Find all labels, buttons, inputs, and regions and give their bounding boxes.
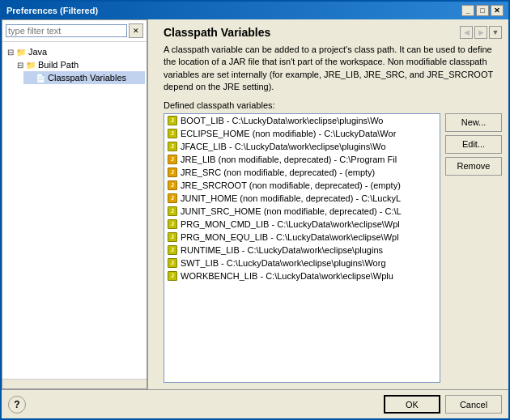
forward-button[interactable]: ▶: [474, 26, 487, 39]
preferences-window: Preferences (Filtered) _ □ ✕ ✕ ⊟ 📁: [0, 0, 510, 420]
tree-buildpath-label: Build Path: [38, 60, 79, 70]
folder-java-icon: 📁: [15, 46, 27, 57]
list-item-label: PRG_MON_CMD_LIB - C:\LuckyData\work\ecli…: [181, 219, 400, 229]
nav-menu-button[interactable]: ▼: [489, 26, 502, 39]
list-item-label: JUNIT_SRC_HOME (non modifiable, deprecat…: [181, 206, 402, 216]
list-item-label: ECLIPSE_HOME (non modifiable) - C:\Lucky…: [181, 129, 396, 138]
nav-buttons: ◀ ▶ ▼: [460, 26, 502, 39]
jar-icon: J: [167, 128, 178, 139]
tree-item-java[interactable]: ⊟ 📁 Java: [4, 45, 145, 58]
list-item[interactable]: JBOOT_LIB - C:\LuckyData\work\eclipse\pl…: [164, 114, 440, 127]
jar-icon: J: [167, 270, 178, 282]
list-item-label: SWT_LIB - C:\LuckyData\work\eclipse\plug…: [181, 258, 386, 268]
jar-icon: J: [167, 206, 178, 217]
panel-title: Classpath Variables: [164, 26, 270, 39]
titlebar: Preferences (Filtered) _ □ ✕: [2, 2, 508, 19]
list-item-label: RUNTIME_LIB - C:\LuckyData\work\eclipse\…: [181, 245, 383, 255]
folder-buildpath-icon: 📁: [25, 59, 36, 70]
remove-button[interactable]: Remove: [445, 157, 502, 176]
window-controls: _ □ ✕: [461, 5, 504, 16]
list-item-label: PRG_MON_EQU_LIB - C:\LuckyData\work\ecli…: [181, 232, 399, 242]
tree-area: ⊟ 📁 Java ⊟ 📁 Build Path 📄 Classpat: [2, 42, 147, 379]
sidebar-filter-area: ✕: [2, 20, 147, 42]
main-section: ✕ ⊟ 📁 Java ⊟ 📁 Build Path: [2, 19, 508, 389]
list-item[interactable]: JJUNIT_HOME (non modifiable, deprecated)…: [164, 192, 440, 205]
list-item-label: JRE_LIB (non modifiable, deprecated) - C…: [181, 155, 397, 164]
back-button[interactable]: ◀: [460, 26, 473, 39]
jar-icon: J: [167, 218, 178, 230]
variables-list[interactable]: JBOOT_LIB - C:\LuckyData\work\eclipse\pl…: [164, 113, 440, 383]
list-item-label: JRE_SRCROOT (non modifiable, deprecated)…: [181, 180, 401, 190]
tree-classpathvars-label: Classpath Variables: [48, 73, 126, 83]
new-button[interactable]: New...: [445, 113, 502, 132]
panel-header: Classpath Variables ◀ ▶ ▼: [164, 26, 502, 39]
cancel-button[interactable]: Cancel: [445, 395, 502, 414]
tree-item-classpathvars[interactable]: 📄 Classpath Variables: [23, 71, 145, 84]
ok-cancel-area: OK Cancel: [384, 395, 502, 414]
jar-icon: J: [167, 257, 178, 269]
list-item[interactable]: JPRG_MON_EQU_LIB - C:\LuckyData\work\ecl…: [164, 231, 440, 244]
jar-var-icon: J: [167, 154, 178, 165]
jar-icon: J: [167, 115, 178, 126]
defined-label: Defined classpath variables:: [164, 100, 502, 110]
main-panel: Classpath Variables ◀ ▶ ▼ A classpath va…: [157, 19, 508, 389]
jar-var-icon: J: [167, 180, 178, 191]
filter-input[interactable]: [6, 24, 127, 37]
bottom-bar: ? OK Cancel: [2, 389, 508, 418]
close-button[interactable]: ✕: [491, 5, 504, 16]
list-item[interactable]: JJRE_LIB (non modifiable, deprecated) - …: [164, 153, 440, 166]
list-item[interactable]: JWORKBENCH_LIB - C:\LuckyData\work\eclip…: [164, 269, 440, 282]
window-title: Preferences (Filtered): [6, 6, 98, 15]
jar-icon: J: [167, 141, 178, 152]
resize-handle[interactable]: [147, 19, 157, 389]
list-item[interactable]: JSWT_LIB - C:\LuckyData\work\eclipse\plu…: [164, 257, 440, 269]
list-item[interactable]: JJUNIT_SRC_HOME (non modifiable, depreca…: [164, 205, 440, 218]
minimize-button[interactable]: _: [461, 5, 474, 16]
list-item[interactable]: JJRE_SRC (non modifiable, deprecated) - …: [164, 166, 440, 179]
list-item[interactable]: JPRG_MON_CMD_LIB - C:\LuckyData\work\ecl…: [164, 218, 440, 231]
list-item-label: JFACE_LIB - C:\LuckyData\work\eclipse\pl…: [181, 142, 386, 151]
maximize-button[interactable]: □: [476, 5, 489, 16]
help-button[interactable]: ?: [8, 396, 26, 414]
list-item[interactable]: JJFACE_LIB - C:\LuckyData\work\eclipse\p…: [164, 140, 440, 153]
list-item-label: WORKBENCH_LIB - C:\LuckyData\work\eclips…: [181, 271, 393, 281]
list-item[interactable]: JECLIPSE_HOME (non modifiable) - C:\Luck…: [164, 127, 440, 140]
tree-java-label: Java: [28, 47, 47, 57]
content-area: ✕ ⊟ 📁 Java ⊟ 📁 Build Path: [2, 19, 508, 418]
sidebar-scrollbar: [2, 379, 147, 388]
edit-button[interactable]: Edit...: [445, 135, 502, 154]
side-buttons: New... Edit... Remove: [445, 113, 502, 383]
jar-var-icon: J: [167, 167, 178, 178]
list-item-label: JRE_SRC (non modifiable, deprecated) - (…: [181, 168, 375, 177]
page-classpathvars-icon: 📄: [35, 72, 46, 83]
jar-icon: J: [167, 244, 178, 256]
filter-clear-button[interactable]: ✕: [129, 23, 143, 38]
list-item[interactable]: JRUNTIME_LIB - C:\LuckyData\work\eclipse…: [164, 244, 440, 257]
sidebar: ✕ ⊟ 📁 Java ⊟ 📁 Build Path: [2, 19, 147, 389]
expand-buildpath-icon: ⊟: [15, 61, 25, 70]
jar-icon: J: [167, 231, 178, 243]
list-item[interactable]: JJRE_SRCROOT (non modifiable, deprecated…: [164, 179, 440, 192]
description-text: A classpath variable can be added to a p…: [164, 44, 502, 94]
ok-button[interactable]: OK: [384, 395, 440, 414]
tree-item-buildpath[interactable]: ⊟ 📁 Build Path: [14, 58, 145, 71]
list-area-container: JBOOT_LIB - C:\LuckyData\work\eclipse\pl…: [164, 113, 502, 383]
list-item-label: BOOT_LIB - C:\LuckyData\work\eclipse\plu…: [181, 116, 383, 125]
jar-var-icon: J: [167, 193, 178, 204]
expand-java-icon: ⊟: [6, 48, 15, 57]
list-item-label: JUNIT_HOME (non modifiable, deprecated) …: [181, 193, 401, 203]
